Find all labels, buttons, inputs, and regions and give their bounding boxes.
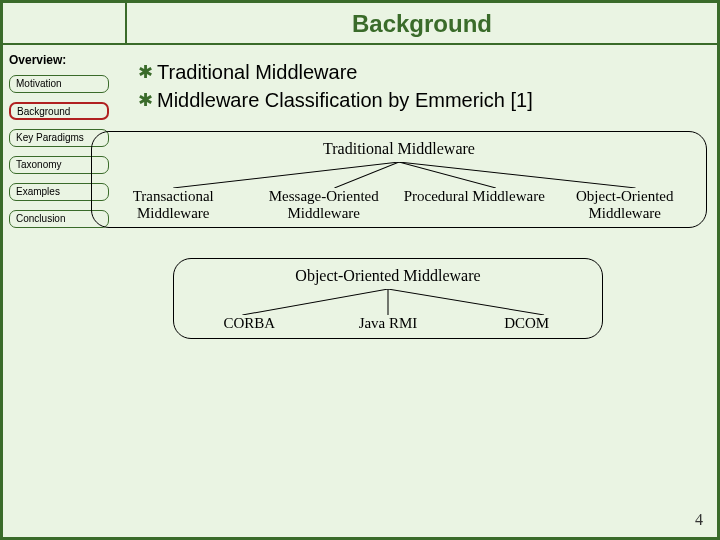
- content-area: ✱ Traditional Middleware ✱ Middleware Cl…: [127, 45, 717, 537]
- bullet-text: Middleware Classification by Emmerich [1…: [157, 87, 533, 113]
- sidebar-heading: Overview:: [9, 53, 121, 67]
- tree-leaf: CORBA: [180, 315, 319, 332]
- bullet-item: ✱ Middleware Classification by Emmerich …: [133, 87, 707, 113]
- page-number: 4: [695, 511, 703, 529]
- tree-leaf: Transactional Middleware: [98, 188, 249, 221]
- bullet-text: Traditional Middleware: [157, 59, 357, 85]
- slide: Background Overview: Motivation Backgrou…: [0, 0, 720, 540]
- body: Overview: Motivation Background Key Para…: [3, 45, 717, 537]
- tree-leaf: Procedural Middleware: [399, 188, 550, 221]
- bullet-item: ✱ Traditional Middleware: [133, 59, 707, 85]
- svg-line-6: [388, 289, 544, 315]
- star-icon: ✱: [133, 87, 157, 113]
- tree-root-label: Traditional Middleware: [98, 140, 700, 158]
- svg-line-0: [173, 162, 399, 188]
- sidebar: Overview: Motivation Background Key Para…: [3, 45, 127, 537]
- tree-leaf: Message-Oriented Middleware: [249, 188, 400, 221]
- header-logo-area: [3, 3, 127, 43]
- tree-children: Transactional Middleware Message-Oriente…: [98, 188, 700, 221]
- page-title: Background: [127, 3, 717, 43]
- svg-line-2: [399, 162, 496, 188]
- tree-traditional-middleware: Traditional Middleware Transactional Mid…: [91, 131, 707, 228]
- tree-leaf: Java RMI: [319, 315, 458, 332]
- tree-root-label: Object-Oriented Middleware: [180, 267, 596, 285]
- tree-leaf: DCOM: [457, 315, 596, 332]
- tree-connectors: [180, 289, 596, 315]
- sidebar-item-background[interactable]: Background: [9, 102, 109, 120]
- bullet-list: ✱ Traditional Middleware ✱ Middleware Cl…: [133, 59, 707, 113]
- sidebar-item-motivation[interactable]: Motivation: [9, 75, 109, 93]
- svg-line-4: [242, 289, 388, 315]
- tree-children: CORBA Java RMI DCOM: [180, 315, 596, 332]
- tree-connectors: [98, 162, 700, 188]
- svg-line-3: [399, 162, 636, 188]
- tree-leaf: Object-Oriented Middleware: [550, 188, 701, 221]
- star-icon: ✱: [133, 59, 157, 85]
- tree-object-oriented-middleware: Object-Oriented Middleware CORBA Java RM…: [173, 258, 603, 339]
- header: Background: [3, 3, 717, 45]
